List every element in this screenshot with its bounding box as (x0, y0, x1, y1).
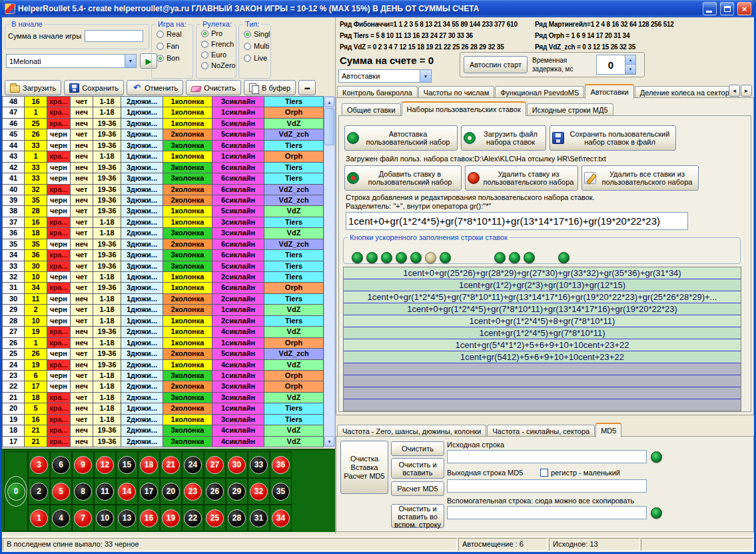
quick-chip-button[interactable] (396, 252, 407, 263)
board-cell-16[interactable]: 16 (138, 505, 160, 531)
radio-real[interactable]: Real (152, 28, 192, 40)
board-cell-21[interactable]: 21 (160, 451, 182, 478)
radio-fan[interactable]: Fan (152, 40, 192, 52)
board-cell-35[interactable]: 35 (270, 478, 292, 505)
bet-list-item[interactable]: 1cent+0+gr(25*26)+gr(28*29)+gr(27*30)+gr… (344, 267, 741, 279)
remove-bet-from-set-button[interactable]: Удалить ставку из пользовательского набо… (465, 165, 578, 191)
radio-bon[interactable]: Bon (152, 52, 192, 64)
chevron-down-icon[interactable]: ▼ (420, 70, 431, 82)
save-button[interactable]: Сохранить (64, 80, 124, 95)
autobet-custom-set-button[interactable]: Автоставка пользовательский набор (344, 125, 458, 151)
bet-list-item[interactable]: 1cent+gr(1*2)+gr(2*3)+gr(10*13)+gr(12*15… (344, 279, 741, 291)
bet-list-item[interactable]: 1cent+0+gr(1*2*4*5)+gr(7*8*10*11)+gr(13*… (344, 303, 741, 315)
board-cell-4[interactable]: 4 (50, 505, 72, 531)
md5-source-input[interactable] (447, 450, 647, 463)
spin-up-icon[interactable]: ▲ (625, 55, 635, 65)
board-cell-15[interactable]: 15 (116, 451, 138, 478)
md5-helper-chip-button[interactable] (651, 507, 662, 519)
bet-list-item[interactable]: 1cent+gr(1*2*4*5)+gr(7*8*10*11) (344, 327, 741, 339)
board-cell-22[interactable]: 22 (182, 505, 204, 531)
bottom-tab-3[interactable]: MD5 (595, 423, 621, 437)
lowercase-checkbox[interactable]: регистр - маленький (540, 469, 620, 477)
md5-clear-and-paste-button[interactable]: Очистить и вставить (391, 458, 444, 479)
clear-button[interactable]: Очистить (186, 80, 241, 95)
board-cell-31[interactable]: 31 (248, 505, 270, 531)
md5-calc-button[interactable]: Расчет MD5 (391, 481, 444, 496)
board-cell-9[interactable]: 9 (72, 451, 94, 478)
scrollbar-thumb[interactable] (324, 108, 334, 145)
board-cell-34[interactable]: 34 (270, 505, 292, 531)
md5-output-input[interactable] (447, 479, 647, 493)
board-cell-20[interactable]: 20 (160, 478, 182, 505)
add-bet-to-set-button[interactable]: Добавить ставку в пользовательский набор (344, 165, 462, 191)
board-cell-5[interactable]: 5 (50, 478, 72, 505)
quick-chip-button[interactable] (509, 252, 520, 263)
board-cell-11[interactable]: 11 (94, 478, 116, 505)
copy-to-clipboard-button[interactable]: В буфер (244, 80, 296, 95)
bet-list-item[interactable]: 1cent+0+gr(1*2*4*5)+8+gr(7*8*10*11) (344, 315, 741, 327)
start-sum-input[interactable] (85, 30, 143, 42)
chevron-down-icon[interactable]: ▼ (125, 55, 136, 67)
radio-multi[interactable]: Multi (239, 40, 270, 52)
load-button[interactable]: Загрузить (5, 80, 61, 95)
board-cell-28[interactable]: 28 (226, 505, 248, 531)
md5-helper-input[interactable] (447, 506, 647, 519)
board-cell-3[interactable]: 3 (28, 451, 50, 478)
bet-list-item[interactable]: 1cent+0+gr(1*2*4*5)+gr(7*8*10*11)+gr(13*… (344, 291, 741, 303)
delay-spinner[interactable]: 0 ▲ ▼ (596, 55, 636, 75)
md5-clear-paste-helper-button[interactable]: Очистить и вставить во вспом. строку (391, 504, 444, 528)
spin-down-icon[interactable]: ▼ (625, 65, 635, 74)
sub-tab-2[interactable]: Наборы пользовательских ставок (402, 101, 526, 116)
remove-all-bets-button[interactable]: Удалить все ставки из пользовательского … (581, 165, 699, 191)
board-cell-1[interactable]: 1 (28, 505, 50, 531)
board-cell-36[interactable]: 36 (270, 451, 292, 478)
scroll-down-icon[interactable]: ▼ (324, 436, 334, 447)
board-cell-25[interactable]: 25 (204, 505, 226, 531)
quick-chip-button[interactable] (410, 252, 422, 263)
maximize-button[interactable] (720, 2, 734, 15)
board-cell-30[interactable]: 30 (226, 451, 248, 478)
sub-tab-1[interactable]: Общие ставки (342, 103, 401, 116)
board-cell-32[interactable]: 32 (248, 478, 270, 505)
board-cell-23[interactable]: 23 (182, 478, 204, 505)
radio-pro[interactable]: Pro (196, 28, 236, 39)
radio-nozero[interactable]: NoZero (196, 60, 236, 71)
radio-euro[interactable]: Euro (196, 49, 236, 60)
bet-list-item[interactable]: 1cent+gr(5412)+5+6+9+10+10cent+23+22 (344, 351, 741, 363)
board-cell-29[interactable]: 29 (226, 478, 248, 505)
quick-chip-button[interactable] (425, 252, 436, 263)
board-cell-12[interactable]: 12 (94, 451, 116, 478)
quick-chip-button[interactable] (381, 252, 392, 263)
board-cell-26[interactable]: 26 (204, 478, 226, 505)
board-cell-7[interactable]: 7 (72, 505, 94, 531)
tabs-scroll-right-icon[interactable]: ► (741, 85, 752, 97)
autobets-select[interactable]: Автоставки ▼ (338, 69, 432, 83)
board-cell-8[interactable]: 8 (72, 478, 94, 505)
board-cell-17[interactable]: 17 (138, 478, 160, 505)
minimize-button[interactable] (703, 2, 717, 15)
quick-chip-button[interactable] (440, 252, 451, 263)
board-cell-6[interactable]: 6 (50, 451, 72, 478)
tabs-scroll-left-icon[interactable]: ◄ (729, 85, 740, 97)
md5-source-chip-button[interactable] (651, 451, 662, 463)
md5-clear-button[interactable]: Очистить (391, 441, 444, 456)
board-cell-13[interactable]: 13 (116, 505, 138, 531)
quick-chip-button[interactable] (494, 252, 506, 263)
sub-tab-3[interactable]: Исходные строки МД5 (527, 103, 613, 116)
bet-list-item[interactable]: 1cent+gr(5*4*1*2)+5+6+9+10+10cent+23+22 (344, 339, 741, 351)
quick-chip-button[interactable] (558, 252, 569, 263)
main-tab-4[interactable]: Автоставки (585, 84, 633, 99)
save-bet-set-file-button[interactable]: Сохранить пользовательский набор ставок … (550, 125, 676, 151)
undo-button[interactable]: ↶Отменить (127, 80, 183, 95)
load-bet-set-file-button[interactable]: Загрузить файл набора ставок (461, 125, 546, 151)
board-cell-zero[interactable]: 0 (4, 451, 28, 531)
board-cell-27[interactable]: 27 (204, 451, 226, 478)
quick-chip-button[interactable] (352, 252, 363, 263)
quick-chip-button[interactable] (366, 252, 378, 263)
scroll-up-icon[interactable]: ▲ (324, 97, 334, 107)
board-cell-19[interactable]: 19 (160, 505, 182, 531)
board-cell-33[interactable]: 33 (248, 451, 270, 478)
history-scrollbar[interactable]: ▲ ▼ (324, 96, 335, 447)
board-cell-14[interactable]: 14 (116, 478, 138, 505)
board-cell-10[interactable]: 10 (94, 505, 116, 531)
